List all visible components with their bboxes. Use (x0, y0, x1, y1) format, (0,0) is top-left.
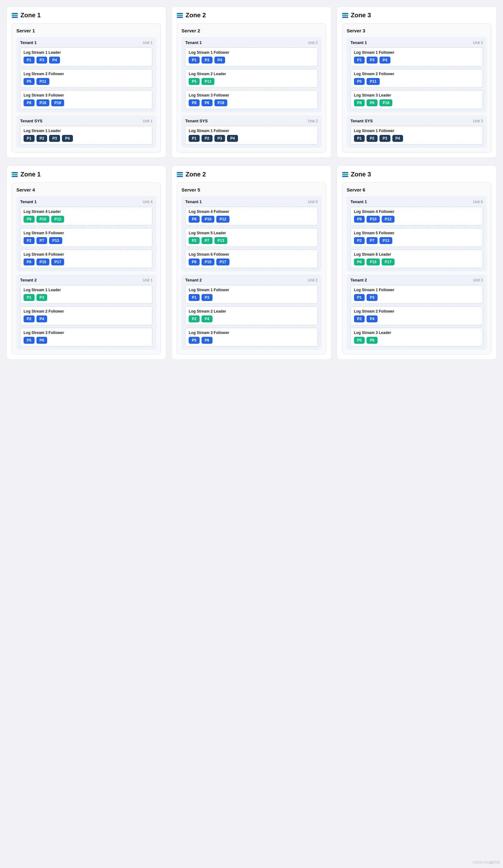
partition-badge: P3 (36, 56, 48, 63)
partition-badge: P9 (23, 216, 34, 223)
partition-badge: P3 (201, 294, 212, 301)
stream-box: Log Stream 1 FollowerP1P3P4 (350, 48, 483, 66)
server-box: Server 6Tenant 1Unit 6Log Stream 4 Follo… (342, 183, 491, 354)
tenant-block: Tenant 1Unit 3Log Stream 1 FollowerP1P3P… (347, 37, 487, 112)
stream-box: Log Stream 3 FollowerP8P16P18 (20, 90, 153, 109)
stream-label: Log Stream 6 Leader (354, 252, 480, 257)
tenant-block: Tenant 1Unit 4Log Stream 4 LeaderP9P10P1… (16, 196, 156, 271)
partition-badge: P6 (367, 337, 378, 344)
partition-badge: P5 (354, 337, 365, 344)
partition-badge: P1 (189, 135, 200, 142)
partition-badge: P5 (23, 337, 34, 344)
stream-box: Log Stream 6 FollowerP6P15P17 (185, 249, 317, 268)
server-box: Server 3Tenant 1Unit 3Log Stream 1 Follo… (342, 23, 491, 153)
tenant-name: Tenant 1 (185, 199, 202, 204)
stream-box: Log Stream 1 FollowerP1P2P3P4 (350, 126, 483, 145)
partition-badge: P2 (36, 135, 48, 142)
stream-label: Log Stream 5 Follower (23, 231, 149, 235)
stream-box: Log Stream 3 FollowerP8P6P18 (185, 90, 317, 109)
server-title: Server 2 (181, 28, 321, 33)
partition-badge: P7 (201, 237, 212, 244)
stream-box: Log Stream 5 FollowerP2P7P13 (20, 228, 153, 247)
partitions: P1P2P3P4 (354, 135, 480, 142)
partitions: P1P3 (189, 294, 314, 301)
partitions: P9P10P12 (189, 216, 314, 223)
partition-badge: P13 (379, 237, 392, 244)
partition-badge: P11 (367, 78, 379, 85)
partition-badge: P5 (189, 78, 200, 85)
stream-label: Log Stream 1 Leader (23, 288, 149, 292)
tenant-header: Tenant 1Unit 6 (350, 199, 483, 204)
partition-badge: P1 (354, 294, 365, 301)
partition-badge: P3 (49, 135, 60, 142)
zone-icon (12, 172, 18, 177)
stream-label: Log Stream 1 Follower (354, 288, 480, 292)
stream-label: Log Stream 2 Leader (189, 309, 314, 313)
partition-badge: P16 (36, 100, 49, 106)
partition-badge: P1 (23, 135, 34, 142)
row-1: Zone 1Server 1Tenant 1Unit 1Log Stream 1… (6, 6, 497, 158)
partitions: P2P7P13 (354, 237, 480, 244)
unit-label: Unit 2 (308, 119, 317, 123)
tenant-name: Tenant 1 (185, 40, 202, 45)
stream-box: Log Stream 3 FollowerP5P6 (20, 328, 153, 347)
tenant-header: Tenant 1Unit 3 (350, 40, 483, 45)
tenant-name: Tenant SYS (185, 118, 208, 123)
partitions: P5P11 (354, 78, 480, 85)
partition-badge: P10 (367, 216, 379, 223)
tenant-block: Tenant SYSUnit 2Log Stream 1 FollowerP1P… (181, 115, 321, 148)
tenant-name: Tenant 2 (185, 278, 202, 282)
partition-badge: P4 (36, 316, 48, 322)
partition-badge: P2 (189, 316, 200, 322)
zone-header: Zone 2 (177, 12, 326, 19)
partition-badge: P5 (189, 337, 200, 344)
partition-badge: P17 (382, 259, 395, 266)
partition-badge: P9 (354, 216, 365, 223)
tenant-name: Tenant SYS (20, 118, 42, 123)
tenant-block: Tenant 1Unit 5Log Stream 4 FollowerP9P10… (181, 196, 321, 271)
zone-header: Zone 2 (177, 171, 326, 178)
partition-badge: P6 (23, 259, 34, 266)
unit-label: Unit 3 (473, 278, 483, 282)
partition-badge: P5 (23, 78, 34, 85)
stream-box: Log Stream 2 LeaderP5P11 (185, 69, 317, 88)
tenant-block: Tenant 2Unit 3Log Stream 1 FollowerP1P3L… (347, 275, 487, 350)
partitions: P5P6 (354, 337, 480, 344)
tenant-block: Tenant 2Unit 2Log Stream 1 FollowerP1P3L… (181, 275, 321, 350)
partitions: P5P11 (189, 78, 314, 85)
partition-badge: P2 (354, 316, 365, 322)
unit-label: Unit 1 (143, 41, 153, 45)
partitions: P5P11 (23, 78, 149, 85)
partitions: P1P3P4 (23, 56, 149, 63)
partition-badge: P6 (189, 259, 200, 266)
partition-badge: P8 (23, 100, 34, 106)
stream-label: Log Stream 1 Follower (354, 50, 480, 55)
partition-badge: P10 (36, 216, 49, 223)
stream-box: Log Stream 5 LeaderP2P7P13 (185, 228, 317, 247)
tenant-name: Tenant 1 (20, 40, 37, 45)
partition-badge: P6 (367, 100, 378, 106)
stream-box: Log Stream 1 LeaderP1P3P4 (20, 48, 153, 66)
server-title: Server 3 (347, 28, 487, 33)
partition-badge: P7 (36, 237, 48, 244)
server-box: Server 1Tenant 1Unit 1Log Stream 1 Leade… (12, 23, 161, 153)
tenant-block: Tenant SYSUnit 3Log Stream 1 FollowerP1P… (347, 115, 487, 148)
partition-badge: P1 (23, 294, 34, 301)
server-box: Server 2Tenant 1Unit 2Log Stream 1 Follo… (177, 23, 326, 153)
partitions: P5P6 (189, 337, 314, 344)
stream-label: Log Stream 1 Follower (189, 288, 314, 292)
partitions: P6P15P17 (23, 259, 149, 266)
stream-label: Log Stream 1 Follower (354, 128, 480, 133)
partitions: P6P15P17 (354, 259, 480, 266)
unit-label: Unit 1 (143, 278, 153, 282)
partition-badge: P18 (214, 100, 227, 106)
zone-title: Zone 2 (186, 12, 206, 19)
zone-icon (177, 13, 183, 18)
partition-badge: P4 (49, 56, 60, 63)
partitions: P1P3 (354, 294, 480, 301)
partition-badge: P9 (189, 216, 200, 223)
partition-badge: P4 (227, 135, 238, 142)
tenant-block: Tenant 1Unit 6Log Stream 4 FollowerP9P10… (347, 196, 487, 271)
stream-box: Log Stream 4 FollowerP9P10P12 (350, 207, 483, 226)
tenant-block: Tenant 2Unit 1Log Stream 1 LeaderP1P3Log… (16, 275, 156, 350)
